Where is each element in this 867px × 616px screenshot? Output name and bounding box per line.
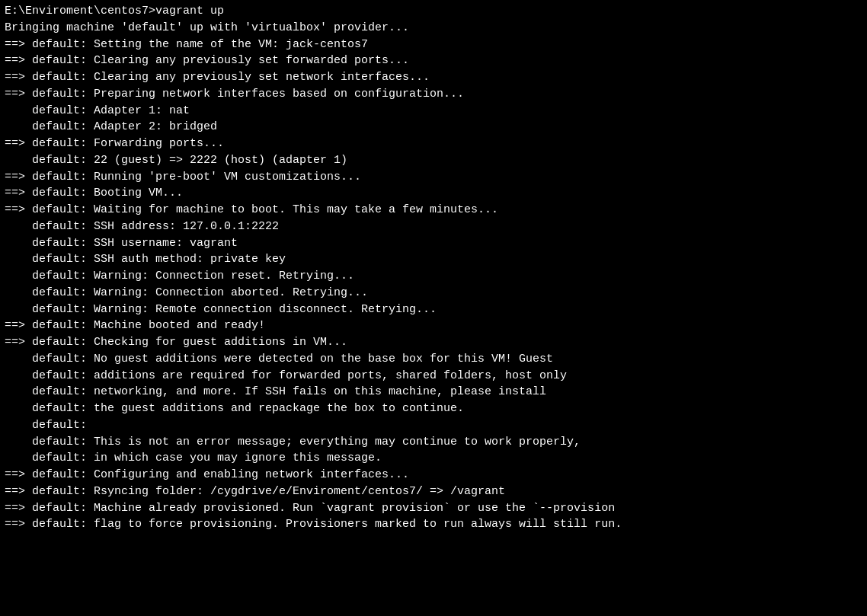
terminal-line: ==> default: Machine already provisioned…	[5, 500, 862, 517]
terminal-line: default: networking, and more. If SSH fa…	[5, 384, 862, 401]
terminal-line: default: Adapter 2: bridged	[5, 119, 862, 136]
terminal-line: ==> default: Setting the name of the VM:…	[5, 37, 862, 53]
terminal-line: ==> default: Configuring and enabling ne…	[5, 467, 862, 484]
terminal-line: ==> default: Booting VM...	[5, 185, 862, 202]
terminal-line: default: 22 (guest) => 2222 (host) (adap…	[5, 152, 862, 169]
terminal-line: default: the guest additions and repacka…	[5, 401, 862, 417]
terminal-line: ==> default: flag to force provisioning.…	[5, 516, 862, 533]
terminal-line: ==> default: Waiting for machine to boot…	[5, 202, 862, 219]
terminal-line: default:	[5, 417, 862, 434]
terminal-line: default: Adapter 1: nat	[5, 103, 862, 120]
terminal-line: default: No guest additions were detecte…	[5, 351, 862, 368]
terminal-line: ==> default: Forwarding ports...	[5, 136, 862, 152]
terminal-line: default: additions are required for forw…	[5, 368, 862, 385]
terminal-line: default: Warning: Connection aborted. Re…	[5, 285, 862, 302]
terminal-line: ==> default: Checking for guest addition…	[5, 334, 862, 351]
terminal-window[interactable]: E:\Enviroment\centos7>vagrant upBringing…	[0, 0, 867, 616]
terminal-line: ==> default: Rsyncing folder: /cygdrive/…	[5, 484, 862, 500]
terminal-line: ==> default: Clearing any previously set…	[5, 53, 862, 69]
terminal-line: ==> default: Machine booted and ready!	[5, 318, 862, 334]
terminal-line: default: This is not an error message; e…	[5, 434, 862, 451]
terminal-line: ==> default: Preparing network interface…	[5, 86, 862, 103]
terminal-line: E:\Enviroment\centos7>vagrant up	[5, 3, 862, 20]
terminal-line: default: in which case you may ignore th…	[5, 450, 862, 467]
terminal-line: ==> default: Running 'pre-boot' VM custo…	[5, 169, 862, 186]
terminal-line: default: SSH username: vagrant	[5, 235, 862, 252]
terminal-line: default: SSH auth method: private key	[5, 251, 862, 268]
terminal-line: default: Warning: Remote connection disc…	[5, 302, 862, 318]
terminal-line: default: SSH address: 127.0.0.1:2222	[5, 219, 862, 235]
terminal-line: Bringing machine 'default' up with 'virt…	[5, 20, 862, 37]
terminal-line: ==> default: Clearing any previously set…	[5, 69, 862, 86]
terminal-line: default: Warning: Connection reset. Retr…	[5, 268, 862, 285]
